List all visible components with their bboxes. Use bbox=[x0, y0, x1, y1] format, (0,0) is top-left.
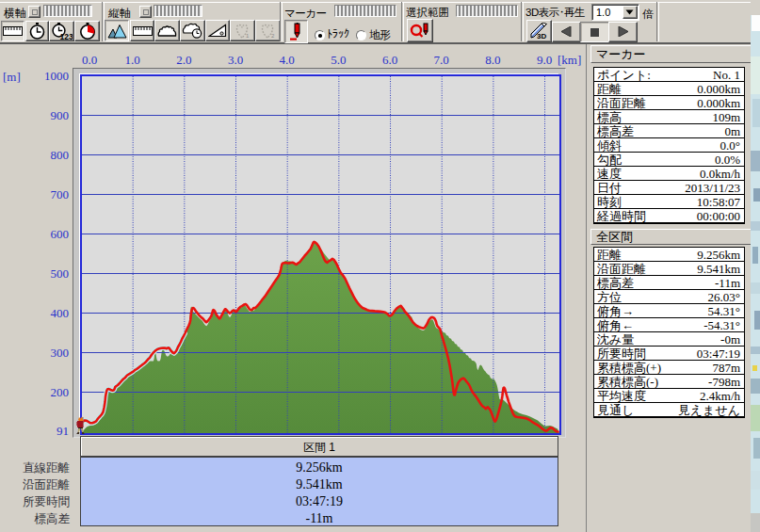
svg-text:123: 123 bbox=[60, 32, 73, 40]
svg-text:2: 2 bbox=[271, 33, 275, 39]
svg-text:1: 1 bbox=[246, 33, 250, 39]
svg-text:3D: 3D bbox=[537, 32, 546, 40]
